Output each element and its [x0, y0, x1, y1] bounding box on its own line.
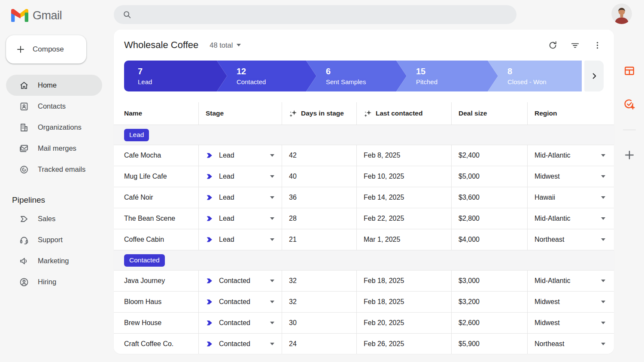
sidebar-item-contacts[interactable]: Contacts [6, 96, 102, 117]
column-header-region[interactable]: Region [527, 102, 614, 125]
region-dropdown-cell[interactable]: Mid-Atlantic [527, 145, 614, 166]
funnel-stage-pitched[interactable]: 15Pitched [396, 61, 498, 91]
name-cell[interactable]: Craft Coffee Co. [114, 334, 198, 354]
stage-dropdown-cell[interactable]: Contacted [198, 313, 282, 333]
deal-size-cell[interactable]: $2,400 [451, 145, 527, 166]
deal-size-cell[interactable]: $3,600 [451, 187, 527, 208]
stage-dropdown-cell[interactable]: Lead [198, 166, 282, 187]
compose-button[interactable]: Compose [6, 35, 86, 64]
name-cell[interactable]: Coffee Cabin [114, 229, 198, 250]
region-dropdown-cell[interactable]: Mid-Atlantic [527, 271, 614, 291]
avatar[interactable] [611, 3, 632, 24]
deal-size-cell[interactable]: $4,000 [451, 229, 527, 250]
name-cell[interactable]: Café Noir [114, 187, 198, 208]
region-dropdown-cell[interactable]: Midwest [527, 313, 614, 333]
deal-size-cell[interactable]: $3,200 [451, 292, 527, 312]
column-header-deal-size[interactable]: Deal size [451, 102, 527, 125]
sidebar-item-mail-merges[interactable]: Mail merges [6, 138, 102, 159]
add-sidebar-app-button[interactable] [621, 146, 638, 164]
table-row: Java JourneyContacted32Feb 18, 2025$3,00… [114, 270, 614, 291]
chevron-down-icon [601, 196, 605, 199]
stage-dropdown-cell[interactable]: Lead [198, 187, 282, 208]
filter-button[interactable] [567, 37, 583, 53]
sidebar-item-pipeline-support[interactable]: Support [6, 229, 102, 250]
days-in-stage-cell[interactable]: 32 [282, 292, 356, 312]
region-dropdown-cell[interactable]: Midwest [527, 166, 614, 187]
next-stages-button[interactable] [584, 61, 604, 91]
days-in-stage-cell[interactable]: 28 [282, 208, 356, 229]
stage-dropdown-cell[interactable]: Lead [198, 145, 282, 166]
region-dropdown-cell[interactable]: Mid-Atlantic [527, 208, 614, 229]
deal-size-cell[interactable]: $2,800 [451, 208, 527, 229]
deal-size-cell[interactable]: $3,000 [451, 271, 527, 291]
last-contacted-cell-value: Feb 22, 2025 [364, 215, 404, 222]
sidebar-item-home[interactable]: Home [6, 75, 102, 96]
sidebar-item-organizations[interactable]: Organizations [6, 117, 102, 138]
last-contacted-cell[interactable]: Feb 10, 2025 [356, 166, 451, 187]
days-in-stage-cell[interactable]: 21 [282, 229, 356, 250]
days-in-stage-cell[interactable]: 24 [282, 334, 356, 354]
days-in-stage-cell[interactable]: 42 [282, 145, 356, 166]
add-task-button[interactable] [621, 96, 638, 113]
stage-dropdown-cell[interactable]: Contacted [198, 334, 282, 354]
sidebar-item-pipeline-marketing[interactable]: Marketing [6, 250, 102, 271]
last-contacted-cell-value: Feb 14, 2025 [364, 194, 404, 201]
chevron-down-icon [601, 154, 605, 157]
total-count-dropdown[interactable]: 48 total [210, 41, 241, 49]
column-header-last-contacted[interactable]: Last contacted [356, 102, 451, 125]
stage-group-badge[interactable]: Contacted [124, 254, 165, 267]
name-cell[interactable]: The Bean Scene [114, 208, 198, 229]
name-cell[interactable]: Cafe Mocha [114, 145, 198, 166]
region-dropdown-cell[interactable]: Midwest [527, 292, 614, 312]
region-dropdown-cell[interactable]: Northeast [527, 334, 614, 354]
stage-dropdown-cell[interactable]: Contacted [198, 292, 282, 312]
stage-dropdown-cell[interactable]: Lead [198, 229, 282, 250]
days-in-stage-cell[interactable]: 30 [282, 313, 356, 333]
more-options-button[interactable] [589, 37, 605, 53]
funnel-stage-lead[interactable]: 7Lead [124, 61, 227, 91]
avatar-photo-icon [611, 3, 632, 24]
days-in-stage-cell[interactable]: 36 [282, 187, 356, 208]
last-contacted-cell[interactable]: Mar 1, 2025 [356, 229, 451, 250]
last-contacted-cell[interactable]: Feb 20, 2025 [356, 313, 451, 333]
refresh-button[interactable] [544, 37, 561, 53]
column-header-days-in-stage[interactable]: Days in stage [282, 102, 356, 125]
region-dropdown-cell[interactable]: Northeast [527, 229, 614, 250]
deal-size-cell[interactable]: $5,900 [451, 334, 527, 354]
last-contacted-cell[interactable]: Feb 18, 2025 [356, 271, 451, 291]
column-header-name[interactable]: Name [114, 102, 198, 125]
dashboard-panel-button[interactable] [621, 62, 638, 79]
last-contacted-cell[interactable]: Feb 8, 2025 [356, 145, 451, 166]
name-cell[interactable]: Mug Life Cafe [114, 166, 198, 187]
sidebar-item-pipeline-sales[interactable]: Sales [6, 208, 102, 229]
column-header-stage[interactable]: Stage [198, 102, 282, 125]
sidebar-item-pipeline-hiring[interactable]: Hiring [6, 271, 102, 292]
stage-dropdown-cell[interactable]: Contacted [198, 271, 282, 291]
column-header-label: Name [124, 110, 142, 117]
gmail-logo[interactable]: Gmail [0, 6, 114, 25]
kebab-menu-icon [592, 40, 602, 50]
region-dropdown-cell[interactable]: Hawaii [527, 187, 614, 208]
days-in-stage-cell[interactable]: 40 [282, 166, 356, 187]
name-cell[interactable]: Bloom Haus [114, 292, 198, 312]
days-in-stage-cell[interactable]: 32 [282, 271, 356, 291]
last-contacted-cell[interactable]: Feb 14, 2025 [356, 187, 451, 208]
funnel-stage-sent-samples[interactable]: 6Sent Samples [306, 61, 407, 91]
name-cell-value: Bloom Haus [124, 298, 161, 306]
stage-dropdown-cell[interactable]: Lead [198, 208, 282, 229]
stage-chevron-icon [206, 319, 213, 327]
last-contacted-cell[interactable]: Feb 26, 2025 [356, 334, 451, 354]
sidebar-item-tracked-emails[interactable]: Tracked emails [6, 159, 102, 180]
stage-chevron-icon [206, 298, 213, 306]
stage-group-badge[interactable]: Lead [124, 129, 149, 141]
deal-size-cell[interactable]: $2,600 [451, 313, 527, 333]
name-cell[interactable]: Java Journey [114, 271, 198, 291]
last-contacted-cell[interactable]: Feb 22, 2025 [356, 208, 451, 229]
search-bar[interactable] [114, 5, 516, 24]
last-contacted-cell[interactable]: Feb 18, 2025 [356, 292, 451, 312]
deal-size-cell[interactable]: $5,000 [451, 166, 527, 187]
funnel-stage-contacted[interactable]: 12Contacted [217, 61, 316, 91]
name-cell[interactable]: Brew House [114, 313, 198, 333]
funnel-stage-closed-won[interactable]: 8Closed - Won [488, 61, 582, 91]
search-input[interactable] [138, 5, 516, 24]
